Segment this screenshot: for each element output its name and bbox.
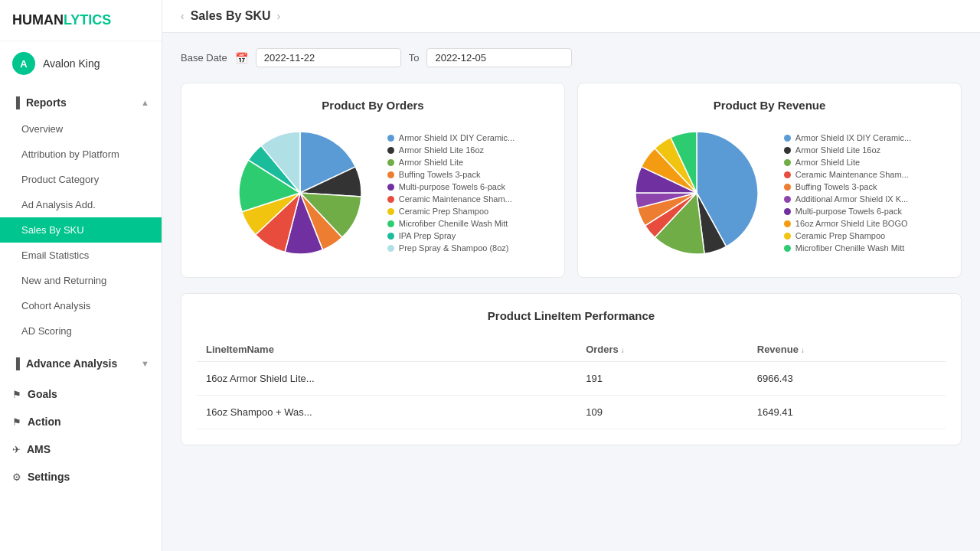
- table-body: 16oz Armor Shield Lite... 191 6966.43 16…: [197, 362, 946, 429]
- chart-product-revenue: Product By Revenue Armor Shield IX DIY C…: [577, 83, 962, 278]
- sidebar-item-product-category[interactable]: Product Category: [0, 167, 162, 192]
- action-group-header[interactable]: ⚑ Action: [0, 408, 162, 435]
- chart-orders-title: Product By Orders: [197, 99, 549, 112]
- legend-item: Armor Shield IX DIY Ceramic...: [784, 133, 911, 142]
- breadcrumb: ‹ Sales By SKU ›: [181, 9, 280, 23]
- goals-group-header[interactable]: ⚑ Goals: [0, 380, 162, 408]
- date-filter: Base Date 📅 To: [181, 48, 962, 67]
- cell-revenue: 6966.43: [748, 362, 946, 396]
- table-row: 16oz Shampoo + Was... 109 1649.41: [197, 396, 946, 429]
- base-date-label: Base Date: [181, 52, 227, 64]
- sidebar-item-ad-analysis[interactable]: Ad Analysis Add.: [0, 192, 162, 217]
- col-lineitem-name[interactable]: LineItemName: [197, 337, 577, 362]
- settings-gear-icon: ⚙: [12, 471, 21, 483]
- legend-item: Armor Shield Lite 16oz: [784, 145, 911, 155]
- sidebar-item-cohort-analysis[interactable]: Cohort Analysis: [0, 293, 162, 318]
- goals-label: Goals: [28, 388, 57, 400]
- page-title: Sales By SKU: [191, 9, 271, 23]
- advance-analysis-chevron-icon: ▼: [141, 359, 149, 368]
- user-name: Avalon King: [43, 57, 100, 70]
- advance-analysis-section: ▐ Advance Analysis ▼: [0, 347, 162, 380]
- settings-label: Settings: [28, 471, 70, 483]
- date-to-label: To: [409, 52, 420, 64]
- legend-item: 16oz Armor Shield Lite BOGO: [784, 219, 911, 228]
- sidebar-item-attribution[interactable]: Attribution by Platform: [0, 142, 162, 167]
- date-to-input[interactable]: [426, 48, 572, 67]
- col-revenue[interactable]: Revenue↓: [748, 337, 946, 362]
- revenue-sort-icon: ↓: [801, 346, 805, 354]
- cell-orders: 109: [577, 396, 748, 429]
- chart-product-orders: Product By Orders Armor Shield IX DIY Ce…: [181, 83, 565, 278]
- avatar: A: [12, 52, 35, 75]
- legend-item: Buffing Towels 3-pack: [784, 182, 911, 191]
- chart-revenue-title: Product By Revenue: [593, 99, 946, 112]
- cell-revenue: 1649.41: [748, 396, 946, 429]
- pie-orders: [231, 124, 369, 262]
- logo-human: HUMAN: [12, 12, 64, 28]
- ams-group-header[interactable]: ✈ AMS: [0, 435, 162, 463]
- orders-sort-icon: ↓: [621, 346, 625, 354]
- advance-analysis-bar-icon: ▐: [12, 357, 20, 370]
- back-arrow-icon[interactable]: ‹: [181, 10, 185, 22]
- cell-name: 16oz Armor Shield Lite...: [197, 362, 577, 396]
- sidebar: HUMANLYTICS A Avalon King ▐ Reports ▲ Ov…: [0, 0, 162, 551]
- reports-chevron-icon: ▲: [141, 98, 149, 107]
- legend-item: Additional Armor Shield IX K...: [784, 194, 911, 204]
- sidebar-item-email-statistics[interactable]: Email Statistics: [0, 243, 162, 268]
- table-row: 16oz Armor Shield Lite... 191 6966.43: [197, 362, 946, 396]
- settings-group-header[interactable]: ⚙ Settings: [0, 463, 162, 491]
- date-from-input[interactable]: [256, 48, 401, 67]
- user-profile[interactable]: A Avalon King: [0, 41, 162, 86]
- reports-bar-icon: ▐: [12, 96, 20, 109]
- performance-table: LineItemName Orders↓ Revenue↓ 16oz Armor…: [197, 337, 946, 429]
- legend-revenue: Armor Shield IX DIY Ceramic... Armor Shi…: [784, 133, 911, 253]
- cell-name: 16oz Shampoo + Was...: [197, 396, 577, 429]
- chart-revenue-content: Armor Shield IX DIY Ceramic... Armor Shi…: [593, 124, 946, 262]
- legend-item: Multi-purpose Towels 6-pack: [784, 207, 911, 216]
- topbar: ‹ Sales By SKU ›: [162, 0, 980, 33]
- legend-item: Microfiber Chenille Wash Mitt: [784, 243, 911, 253]
- forward-arrow-icon[interactable]: ›: [277, 10, 281, 22]
- legend-item: Multi-purpose Towels 6-pack: [387, 182, 514, 191]
- legend-item: Ceramic Prep Shampoo: [784, 231, 911, 240]
- logo-lytics: LYTICS: [64, 12, 111, 28]
- action-flag-icon: ⚑: [12, 416, 21, 428]
- legend-item: Armor Shield Lite: [784, 158, 911, 167]
- legend-item: Prep Spray & Shampoo (8oz): [387, 243, 514, 253]
- table-card: Product LineItem Performance LineItemNam…: [181, 293, 962, 445]
- calendar-icon: 📅: [235, 52, 248, 64]
- action-label: Action: [28, 416, 61, 428]
- legend-item: Armor Shield IX DIY Ceramic...: [387, 133, 514, 142]
- sidebar-item-overview[interactable]: Overview: [0, 116, 162, 142]
- advance-analysis-label: Advance Analysis: [26, 357, 117, 370]
- sidebar-item-new-returning[interactable]: New and Returning: [0, 268, 162, 293]
- legend-item: Ceramic Maintenance Sham...: [784, 170, 911, 179]
- ams-icon: ✈: [12, 444, 21, 455]
- pie-revenue: [628, 124, 766, 262]
- cell-orders: 191: [577, 362, 748, 396]
- charts-row: Product By Orders Armor Shield IX DIY Ce…: [181, 83, 962, 278]
- logo: HUMANLYTICS: [0, 0, 162, 41]
- reports-label: Reports: [26, 96, 67, 109]
- legend-item: Ceramic Maintenance Sham...: [387, 194, 514, 204]
- col-orders[interactable]: Orders↓: [577, 337, 748, 362]
- main-area: ‹ Sales By SKU › Base Date 📅 To Product …: [162, 0, 980, 551]
- sidebar-item-ad-scoring[interactable]: AD Scoring: [0, 318, 162, 344]
- sidebar-item-sales-by-sku[interactable]: Sales By SKU: [0, 217, 162, 243]
- reports-section: ▐ Reports ▲ Overview Attribution by Plat…: [0, 86, 162, 347]
- goals-flag-icon: ⚑: [12, 389, 21, 400]
- chart-orders-content: Armor Shield IX DIY Ceramic... Armor Shi…: [197, 124, 549, 262]
- legend-orders: Armor Shield IX DIY Ceramic... Armor Shi…: [387, 133, 514, 253]
- legend-item: Buffing Towels 3-pack: [387, 170, 514, 179]
- table-title: Product LineItem Performance: [197, 309, 946, 322]
- advance-analysis-group-header[interactable]: ▐ Advance Analysis ▼: [0, 350, 162, 377]
- reports-group-header[interactable]: ▐ Reports ▲: [0, 89, 162, 116]
- legend-item: Ceramic Prep Shampoo: [387, 207, 514, 216]
- legend-item: Microfiber Chenille Wash Mitt: [387, 219, 514, 228]
- legend-item: IPA Prep Spray: [387, 231, 514, 240]
- page-content: Base Date 📅 To Product By Orders: [162, 33, 980, 551]
- legend-item: Armor Shield Lite: [387, 158, 514, 167]
- legend-item: Armor Shield Lite 16oz: [387, 145, 514, 155]
- ams-label: AMS: [27, 443, 51, 455]
